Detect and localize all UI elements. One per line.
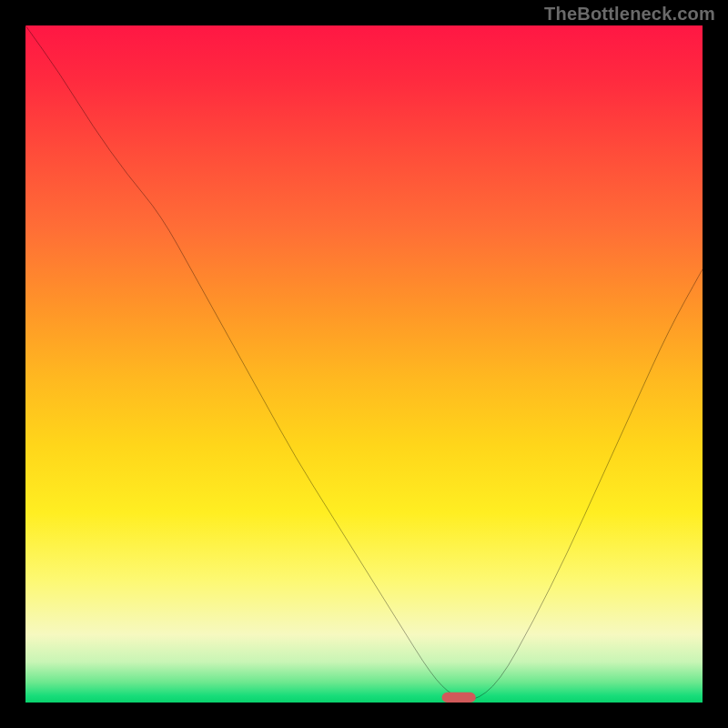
attribution-text: TheBottleneck.com bbox=[544, 4, 715, 25]
background-gradient bbox=[25, 25, 703, 703]
chart-frame: TheBottleneck.com bbox=[0, 0, 728, 728]
plot-area bbox=[25, 25, 703, 703]
